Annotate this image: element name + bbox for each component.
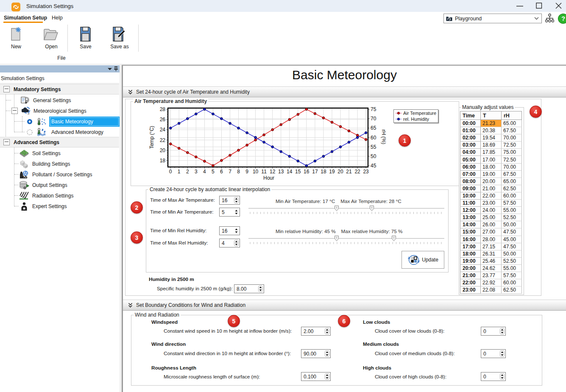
svg-text:Temp (°C): Temp (°C)	[149, 126, 155, 149]
svg-text:20: 20	[160, 147, 166, 153]
svg-text:65: 65	[371, 125, 376, 131]
svg-text:26: 26	[160, 117, 166, 122]
svg-text:0: 0	[169, 169, 172, 175]
svg-text:14: 14	[287, 169, 293, 175]
svg-text:17: 17	[312, 169, 318, 175]
svg-text:24: 24	[160, 127, 166, 133]
svg-text:20: 20	[337, 169, 343, 175]
svg-text:45: 45	[371, 163, 376, 169]
svg-text:55: 55	[371, 144, 376, 150]
svg-text:75: 75	[371, 106, 376, 112]
svg-text:2: 2	[186, 169, 189, 175]
svg-text:11: 11	[261, 169, 267, 175]
svg-text:18: 18	[160, 158, 166, 164]
svg-text:18: 18	[321, 169, 326, 175]
svg-text:22: 22	[354, 169, 360, 175]
svg-text:8: 8	[237, 169, 240, 175]
svg-text:15: 15	[295, 169, 301, 175]
svg-text:23: 23	[363, 169, 369, 175]
svg-text:50: 50	[371, 153, 376, 159]
svg-text:1: 1	[178, 169, 181, 175]
svg-text:7: 7	[229, 169, 231, 175]
svg-text:Hour: Hour	[263, 175, 274, 181]
svg-text:21: 21	[346, 169, 352, 175]
svg-text:10: 10	[253, 169, 259, 175]
svg-text:28: 28	[160, 106, 166, 112]
svg-text:5: 5	[212, 169, 215, 175]
svg-text:16: 16	[304, 169, 309, 175]
svg-text:3: 3	[195, 169, 198, 175]
svg-text:22: 22	[160, 137, 166, 143]
svg-text:13: 13	[278, 169, 284, 175]
svg-text:9: 9	[245, 169, 248, 175]
svg-text:60: 60	[371, 135, 376, 141]
svg-text:70: 70	[371, 116, 376, 122]
svg-text:rH (%): rH (%)	[381, 130, 387, 145]
svg-text:19: 19	[329, 169, 335, 175]
svg-text:4: 4	[203, 169, 206, 175]
svg-text:12: 12	[270, 169, 276, 175]
svg-text:6: 6	[220, 169, 223, 175]
